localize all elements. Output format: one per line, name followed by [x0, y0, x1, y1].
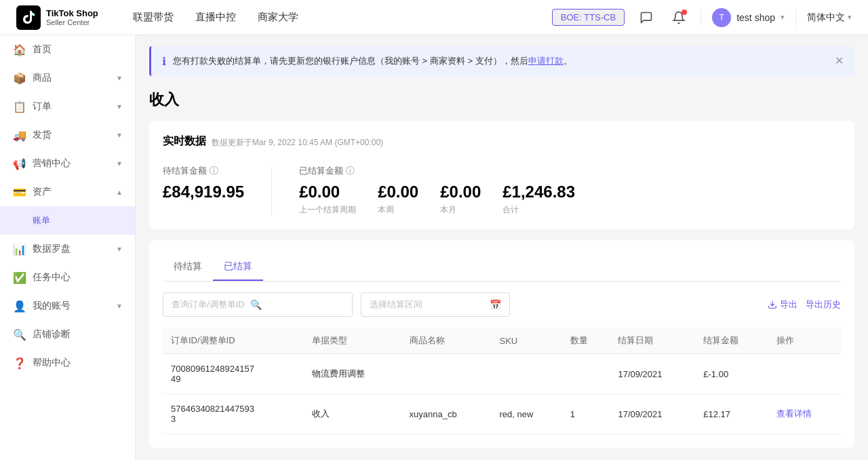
user-menu-button[interactable]: T test shop ▾ — [712, 8, 785, 27]
cell-action-1: 查看详情 — [768, 394, 841, 434]
marketing-icon: 📢 — [14, 157, 26, 170]
sidebar-assets-sub: 账单 — [0, 206, 135, 235]
export-history-button[interactable]: 导出历史 — [806, 299, 841, 311]
products-icon: 📦 — [14, 72, 26, 84]
sidebar-item-data[interactable]: 📊 数据罗盘 ▾ — [0, 235, 135, 263]
sidebar-label-assets: 资产 — [33, 186, 52, 198]
alert-text: 您有打款失败的结算单，请先更新您的银行账户信息（我的账号 > 商家资料 > 支付… — [173, 54, 828, 68]
col-action: 操作 — [768, 328, 841, 354]
sidebar-label-tasks: 任务中心 — [33, 271, 71, 284]
sidebar-item-marketing[interactable]: 📢 营销中心 ▾ — [0, 149, 135, 178]
sidebar-label-marketing: 营销中心 — [33, 157, 71, 170]
settled-prev: £0.00 上一个结算周期 — [299, 183, 356, 216]
sidebar-item-orders[interactable]: 📋 订单 ▾ — [0, 92, 135, 121]
cell-sku-1: red, new — [492, 394, 562, 434]
col-product: 商品名称 — [401, 328, 492, 354]
pending-label-text: 待结算金额 — [163, 165, 207, 177]
tasks-icon: ✅ — [14, 271, 26, 284]
cell-amount-0: £-1.00 — [695, 354, 768, 394]
stats-row: 待结算金额 ⓘ £84,919.95 已结算金额 ⓘ £0. — [163, 165, 841, 216]
tab-pending[interactable]: 待结算 — [163, 254, 213, 281]
tab-settled[interactable]: 已结算 — [213, 254, 263, 281]
nav-live[interactable]: 直播中控 — [195, 11, 236, 24]
search-placeholder-text: 查询订单/调整单ID — [172, 299, 245, 311]
tiktok-logo-icon — [16, 5, 41, 30]
user-avatar: T — [712, 8, 731, 27]
col-amount: 结算金额 — [695, 328, 768, 354]
nav-university[interactable]: 商家大学 — [258, 11, 298, 24]
message-icon-button[interactable] — [635, 7, 657, 28]
sidebar-label-home: 首页 — [33, 43, 52, 56]
cell-product-0 — [401, 354, 492, 394]
sidebar-label-billing: 账单 — [33, 214, 50, 227]
settled-total-desc: 合计 — [502, 204, 575, 216]
data-icon: 📊 — [14, 243, 26, 255]
alert-text-before: 您有打款失败的结算单，请先更新您的银行账户信息（我的账号 > 商家资料 > 支付… — [173, 56, 528, 66]
notification-icon-button[interactable] — [668, 7, 690, 28]
settled-info-icon[interactable]: ⓘ — [346, 165, 355, 177]
cell-product-1: xuyanna_cb — [401, 394, 492, 434]
orders-chevron-icon: ▾ — [117, 102, 121, 111]
sidebar-item-tasks[interactable]: ✅ 任务中心 — [0, 263, 135, 292]
alert-close-button[interactable]: ✕ — [835, 54, 844, 67]
cell-order-id-0: 70080961248924157 49 — [163, 354, 304, 394]
realtime-card: 实时数据 数据更新于Mar 9, 2022 10:45 AM (GMT+00:0… — [149, 121, 854, 229]
cell-type-0: 物流费用调整 — [304, 354, 401, 394]
settled-values-group: £0.00 上一个结算周期 £0.00 本周 £0.00 本月 — [299, 183, 575, 216]
alert-info-icon: ℹ — [162, 55, 166, 68]
table-row: 70080961248924157 49 物流费用调整 17/09/2021 £… — [163, 354, 841, 394]
filter-actions: 导出 导出历史 — [768, 299, 841, 311]
page-title: 收入 — [149, 90, 854, 110]
col-sku: SKU — [492, 328, 562, 354]
cell-date-0: 17/09/2021 — [610, 354, 695, 394]
data-chevron-icon: ▾ — [117, 244, 121, 254]
layout: 🏠 首页 📦 商品 ▾ 📋 订单 ▾ 🚚 发货 ▾ 📢 营销中心 ▾ 💳 资产 … — [0, 35, 868, 460]
settled-week-desc: 本周 — [378, 204, 418, 216]
date-placeholder-text: 选择结算区间 — [370, 299, 422, 311]
cell-amount-1: £12.17 — [695, 394, 768, 434]
sidebar-item-home[interactable]: 🏠 首页 — [0, 35, 135, 64]
order-id-search[interactable]: 查询订单/调整单ID 🔍 — [163, 292, 353, 317]
header-right: BOE: TTS-CB T test shop ▾ 简体中文 ▾ — [552, 7, 852, 28]
sidebar-item-shipping[interactable]: 🚚 发货 ▾ — [0, 121, 135, 149]
stats-divider — [271, 167, 272, 214]
sidebar-label-shipping: 发货 — [33, 129, 52, 141]
header-divider — [701, 9, 701, 26]
realtime-header: 实时数据 数据更新于Mar 9, 2022 10:45 AM (GMT+00:0… — [163, 134, 841, 151]
user-chevron-icon: ▾ — [781, 13, 785, 22]
settled-month-value: £0.00 — [440, 183, 481, 202]
settled-total-value: £1,246.83 — [502, 183, 575, 202]
language-selector[interactable]: 简体中文 ▾ — [807, 12, 852, 24]
settled-prev-desc: 上一个结算周期 — [299, 204, 356, 216]
settled-week: £0.00 本周 — [378, 183, 418, 216]
pending-info-icon[interactable]: ⓘ — [210, 165, 218, 177]
assets-icon: 💳 — [14, 186, 26, 198]
settled-label: 已结算金额 ⓘ — [299, 165, 575, 177]
search-icon: 🔍 — [250, 299, 262, 310]
sidebar-item-diagnosis[interactable]: 🔍 店铺诊断 — [0, 320, 135, 349]
sidebar-item-help[interactable]: ❓ 帮助中心 — [0, 349, 135, 377]
nav-affiliate[interactable]: 联盟带货 — [133, 11, 174, 24]
boe-badge-button[interactable]: BOE: TTS-CB — [552, 9, 625, 26]
sidebar-item-products[interactable]: 📦 商品 ▾ — [0, 64, 135, 92]
pending-label: 待结算金额 ⓘ — [163, 165, 244, 177]
view-detail-link-1[interactable]: 查看详情 — [776, 408, 812, 419]
cell-qty-1: 1 — [562, 394, 610, 434]
date-range-picker[interactable]: 选择结算区间 📅 — [361, 292, 510, 317]
user-name-label: test shop — [736, 12, 775, 23]
sidebar-item-billing[interactable]: 账单 — [0, 206, 135, 235]
export-button[interactable]: 导出 — [768, 299, 797, 311]
alert-apply-link[interactable]: 申请打款 — [528, 56, 564, 66]
settled-total: £1,246.83 合计 — [502, 183, 575, 216]
cell-sku-0 — [492, 354, 562, 394]
settled-stat-group: 已结算金额 ⓘ £0.00 上一个结算周期 £0.00 本周 — [299, 165, 575, 216]
col-qty: 数量 — [562, 328, 610, 354]
payment-alert: ℹ 您有打款失败的结算单，请先更新您的银行账户信息（我的账号 > 商家资料 > … — [149, 46, 854, 76]
shipping-chevron-icon: ▾ — [117, 130, 121, 140]
diagnosis-icon: 🔍 — [14, 328, 26, 341]
header-divider-2 — [795, 9, 796, 26]
sidebar-item-assets[interactable]: 💳 资产 ▴ — [0, 178, 135, 206]
help-icon: ❓ — [14, 357, 26, 369]
sidebar-item-account[interactable]: 👤 我的账号 ▾ — [0, 292, 135, 320]
table-row: 57646340821447593 3 收入 xuyanna_cb red, n… — [163, 394, 841, 434]
